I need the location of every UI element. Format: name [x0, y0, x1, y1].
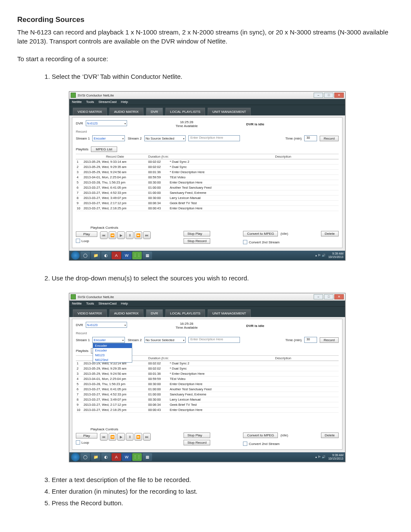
table-row[interactable]: 12013-05-29, Wed, 9:33:14 am00:02:02* Du… — [76, 159, 339, 165]
tab-dvr[interactable]: DVR — [146, 108, 163, 115]
table-row[interactable]: 62013-03-27, Wed, 6:41:05 pm01:00:00Anot… — [76, 185, 339, 190]
table-row[interactable]: 42013-04-01, Mon, 2:25:04 pm00:59:59TEst… — [76, 175, 339, 180]
minimize-button[interactable]: – — [314, 294, 323, 299]
table-row[interactable]: 22013-05-29, Wed, 9:29:35 am00:02:02* Du… — [76, 165, 339, 170]
menu-item[interactable]: StreamCast — [98, 100, 116, 104]
stream2-select[interactable]: No Source Selected ▾ — [144, 135, 186, 141]
explorer-icon[interactable]: 📁 — [91, 453, 100, 461]
convert-mpeg-button[interactable]: Convert to MPEG — [243, 231, 278, 236]
dropdown-option[interactable]: N6123 — [93, 353, 132, 358]
table-row[interactable]: 82013-03-27, Wed, 3:49:07 pm00:30:00Larr… — [76, 397, 339, 402]
dropdown-option[interactable]: N6123nd — [93, 358, 132, 362]
convert-2nd-checkbox[interactable]: Convert 2nd Stream — [243, 442, 288, 446]
table-row[interactable]: 72013-03-27, Wed, 4:52:33 pm01:00:00Sanc… — [76, 190, 339, 196]
dvr-select[interactable]: N-6123 ▾ — [86, 322, 127, 328]
skip-forward-icon[interactable]: ⏭ — [143, 433, 151, 441]
stream1-select[interactable]: Encoder ▾ — [92, 135, 125, 141]
start-button-icon[interactable] — [71, 251, 80, 260]
menu-item[interactable]: Help — [121, 100, 128, 104]
table-row[interactable]: 22013-05-29, Wed, 9:29:35 am00:02:02* Du… — [76, 366, 339, 371]
table-row[interactable]: 32013-05-29, Wed, 9:24:50 am00:01:36* En… — [76, 170, 339, 175]
app-task-icon[interactable]: ⋮⋮ — [132, 252, 142, 259]
dvr-select[interactable]: N-6123 ▾ — [86, 120, 127, 126]
firefox-icon[interactable]: ◐ — [101, 453, 111, 461]
close-button[interactable]: ✕ — [334, 294, 344, 299]
menu-item[interactable]: Tools — [86, 100, 94, 104]
start-button-icon[interactable] — [71, 453, 80, 461]
pause-icon[interactable]: ⏸ — [126, 231, 134, 239]
table-row[interactable]: 102013-03-27, Wed, 2:16:25 pm00:00:43Ent… — [76, 408, 339, 413]
menu-item[interactable]: Netlite — [72, 302, 82, 305]
skip-back-icon[interactable]: ⏮ — [100, 433, 108, 441]
dropdown-option[interactable]: Encoder — [93, 348, 132, 353]
fast-forward-icon[interactable]: ⏩ — [134, 433, 142, 441]
play-button[interactable]: Play — [76, 433, 97, 439]
tab-audio-matrix[interactable]: AUDIO MATRIX — [109, 309, 143, 317]
explorer-icon[interactable]: 📁 — [91, 252, 100, 259]
stop-record-button[interactable]: Stop Record — [184, 238, 210, 244]
stop-play-button[interactable]: Stop Play — [184, 231, 210, 236]
play-icon[interactable]: ▶ — [117, 433, 125, 441]
rewind-icon[interactable]: ⏪ — [109, 231, 116, 239]
tab-local-playlists[interactable]: LOCAL PLAYLISTS — [165, 309, 205, 317]
play-button[interactable]: Play — [76, 231, 97, 237]
time-min-input[interactable]: 30 — [304, 135, 317, 141]
tab-dvr[interactable]: DVR — [146, 309, 163, 317]
delete-button[interactable]: Delete — [321, 432, 339, 438]
description-input[interactable]: Enter Description Here — [188, 135, 240, 141]
record-button[interactable]: Record — [320, 337, 339, 343]
table-row[interactable]: 82013-03-27, Wed, 3:49:07 pm00:30:00Larr… — [76, 196, 339, 201]
description-input[interactable]: Enter Description Here — [188, 337, 240, 343]
mpeg-list-button[interactable]: MPEG List — [91, 146, 117, 152]
table-row[interactable]: 102013-03-27, Wed, 2:16:25 pm00:00:43Ent… — [76, 206, 339, 211]
pause-icon[interactable]: ⏸ — [126, 433, 134, 441]
tab-local-playlists[interactable]: LOCAL PLAYLISTS — [165, 108, 205, 115]
convert-mpeg-button[interactable]: Convert to MPEG — [243, 432, 278, 438]
task-icon[interactable]: ▦ — [143, 453, 152, 461]
task-icon[interactable]: ▦ — [143, 252, 152, 259]
menu-item[interactable]: Help — [121, 302, 128, 305]
stream1-select[interactable]: Encoder ▾ Encoder Encoder N6123 N6123nd — [92, 337, 125, 343]
chrome-icon[interactable]: ◯ — [81, 252, 90, 259]
word-icon[interactable]: W — [122, 252, 131, 259]
convert-2nd-checkbox[interactable]: Convert 2nd Stream — [243, 240, 288, 244]
maximize-button[interactable]: □ — [324, 294, 333, 299]
tab-video-matrix[interactable]: VIDEO MATRIX — [73, 108, 107, 115]
loop-checkbox[interactable]: Loop — [76, 239, 97, 243]
tray-icons[interactable]: ▴ 🏳 🔊 — [315, 254, 326, 257]
acrobat-icon[interactable]: A — [112, 453, 121, 461]
word-icon[interactable]: W — [122, 453, 131, 461]
skip-forward-icon[interactable]: ⏭ — [143, 231, 151, 239]
acrobat-icon[interactable]: A — [112, 252, 121, 259]
menu-item[interactable]: Netlite — [72, 100, 82, 104]
rewind-icon[interactable]: ⏪ — [109, 433, 116, 441]
time-min-input[interactable]: 30 — [304, 337, 317, 343]
table-row[interactable]: 52013-03-28, Thu, 1:56:23 pm00:30:00Ente… — [76, 180, 339, 185]
maximize-button[interactable]: □ — [324, 93, 333, 98]
table-row[interactable]: 72013-03-27, Wed, 4:52:33 pm01:00:00Sanc… — [76, 392, 339, 397]
loop-checkbox[interactable]: Loop — [76, 440, 97, 445]
minimize-button[interactable]: – — [314, 93, 323, 98]
menu-item[interactable]: StreamCast — [98, 302, 116, 305]
tab-unit-management[interactable]: UNIT MANAGEMENT — [208, 309, 251, 317]
play-icon[interactable]: ▶ — [117, 231, 125, 239]
tab-audio-matrix[interactable]: AUDIO MATRIX — [109, 108, 143, 115]
close-button[interactable]: ✕ — [334, 93, 344, 98]
app-task-icon[interactable]: ⋮⋮ — [132, 453, 142, 461]
chrome-icon[interactable]: ◯ — [81, 453, 90, 461]
firefox-icon[interactable]: ◐ — [101, 252, 111, 259]
stream2-select[interactable]: No Source Selected ▾ — [144, 337, 186, 343]
menu-item[interactable]: Tools — [86, 302, 94, 305]
dropdown-option[interactable]: Encoder — [93, 343, 132, 348]
skip-back-icon[interactable]: ⏮ — [100, 231, 108, 239]
record-button[interactable]: Record — [320, 136, 339, 141]
delete-button[interactable]: Delete — [321, 231, 339, 236]
table-row[interactable]: 42013-04-01, Mon, 2:25:04 pm00:59:59TEst… — [76, 376, 339, 382]
table-row[interactable]: 32013-05-29, Wed, 9:24:50 am00:01:36* En… — [76, 371, 339, 376]
fast-forward-icon[interactable]: ⏩ — [134, 231, 142, 239]
stop-play-button[interactable]: Stop Play — [184, 432, 210, 438]
table-row[interactable]: 62013-03-27, Wed, 6:41:05 pm01:00:00Anot… — [76, 387, 339, 392]
tab-unit-management[interactable]: UNIT MANAGEMENT — [208, 108, 251, 115]
table-row[interactable]: 92013-03-27, Wed, 2:17:12 pm00:06:34Geek… — [76, 201, 339, 206]
stop-record-button[interactable]: Stop Record — [184, 440, 210, 445]
